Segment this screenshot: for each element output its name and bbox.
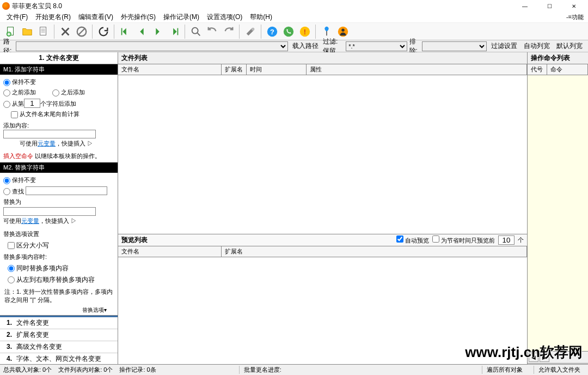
menu-bar: 文件(F) 开始更名(R) 编辑查看(V) 外壳操作(S) 操作记录(M) 设置… [0, 12, 588, 23]
add-content-input[interactable] [3, 130, 96, 138]
cat-4[interactable]: 4.字体、文本、网页文件名变更 [0, 353, 118, 365]
svg-text:?: ? [270, 27, 274, 35]
right-panel: 操作命令列表 代号 命令 ◀ ▶ 保存 载入 [527, 52, 588, 375]
path-combo[interactable] [16, 41, 288, 51]
nav-next-icon[interactable] [150, 24, 166, 39]
svg-rect-13 [326, 31, 327, 35]
cmd-prev-icon[interactable]: ◀ [529, 353, 538, 362]
refresh-icon[interactable] [96, 24, 111, 39]
cat-3[interactable]: 3.高级文件名变更 [0, 341, 118, 353]
cmd-next-icon[interactable]: ▶ [540, 353, 549, 362]
status-bar: 总共载入对象: 0个 文件列表内对象: 0个 操作记录: 0条 批量更名进度: … [0, 364, 588, 375]
svg-rect-4 [121, 28, 122, 35]
col-attr[interactable]: 属性 [307, 64, 527, 75]
preview-list-area[interactable] [118, 257, 527, 375]
cmd-col-code[interactable]: 代号 [528, 64, 547, 75]
radio-m2-find[interactable] [3, 188, 10, 195]
section-m2-header: M2. 替换字符串 [0, 162, 118, 173]
file-list-area[interactable] [118, 75, 527, 234]
pcol-ext[interactable]: 扩展名 [222, 246, 527, 257]
radio-before[interactable] [3, 89, 10, 96]
cmd-list[interactable] [528, 75, 588, 351]
col-ext[interactable]: 扩展名 [222, 64, 247, 75]
warning-icon[interactable]: ! [297, 24, 313, 39]
nav-last-icon[interactable] [167, 24, 182, 39]
maximize-button[interactable]: ☐ [537, 1, 561, 11]
toolbar: ? ! [0, 23, 588, 40]
svg-point-10 [284, 26, 293, 36]
radio-same[interactable] [8, 265, 15, 272]
left-panel: 1. 文件名变更 M1. 添加字符串 保持不变 之前添加 之后添加 从第个字符后… [0, 52, 118, 375]
radio-from[interactable] [3, 101, 10, 108]
menu-edit[interactable]: 编辑查看(V) [75, 11, 117, 23]
radio-m2-keep[interactable] [3, 177, 10, 184]
multi-note: 注：1. 支持一次性替换多项内容，多项内容之间用 "|" 分隔。 [0, 286, 118, 307]
filelist-columns: 文件名 扩展名 时间 属性 [118, 64, 527, 75]
status-allow-folder[interactable]: 允许载入文件夹 [534, 366, 585, 374]
svg-text:!: ! [304, 27, 306, 35]
meta-var-link-2[interactable]: 元变量 [21, 217, 39, 224]
auto-width-button[interactable]: 自动列宽 [522, 41, 552, 51]
nav-prev-icon[interactable] [134, 24, 149, 39]
replace-input[interactable] [3, 207, 96, 216]
menu-help[interactable]: 帮助(H) [247, 11, 275, 23]
from-index-input[interactable] [24, 99, 40, 108]
radio-after[interactable] [52, 89, 59, 96]
filter-settings-button[interactable]: 过滤设置 [489, 41, 519, 51]
load-path-button[interactable]: 载入路径 [290, 41, 321, 51]
cmd-header: 操作命令列表 [528, 52, 588, 64]
col-filename[interactable]: 文件名 [118, 64, 222, 75]
reverse-checkbox[interactable] [11, 111, 18, 118]
meta-var-link[interactable]: 元变量 [38, 140, 56, 147]
menu-options[interactable]: 设置选项(O) [204, 11, 246, 23]
radio-keep[interactable] [3, 79, 10, 86]
close-button[interactable]: ✕ [562, 1, 586, 11]
col-time[interactable]: 时间 [247, 64, 307, 75]
block-icon[interactable] [74, 24, 89, 39]
menu-file[interactable]: 文件(F) [3, 11, 31, 23]
section-m1-header: M1. 添加字符串 [0, 64, 118, 75]
svg-rect-5 [177, 28, 179, 35]
limit-preview-checkbox[interactable] [432, 235, 439, 243]
help-icon[interactable]: ? [265, 24, 280, 39]
cat-2[interactable]: 2.扩展名变更 [0, 329, 118, 341]
new-doc-icon[interactable] [36, 24, 51, 39]
app-title: 菲菲更名宝贝 8.0 [12, 2, 62, 11]
svg-rect-2 [40, 27, 46, 35]
preview-count-input[interactable] [498, 235, 514, 245]
cmd-col-cmd[interactable]: 命令 [547, 64, 588, 75]
delete-icon[interactable] [58, 24, 73, 39]
multi-label: 替换多项内容时: [0, 251, 118, 263]
redo-icon[interactable] [221, 24, 236, 39]
status-records: 操作记录: 0条 [119, 366, 156, 374]
left-tab-header: 1. 文件名变更 [0, 52, 118, 64]
status-progress: 批量更名进度: [239, 366, 286, 374]
phone-icon[interactable] [281, 24, 296, 39]
radio-ltr[interactable] [8, 276, 15, 283]
find-input[interactable] [26, 186, 107, 195]
filelist-header: 文件列表 [118, 52, 527, 64]
status-all-obj[interactable]: 遍历所有对象 [482, 366, 527, 374]
menu-rename[interactable]: 开始更名(R) [32, 11, 74, 23]
undo-icon[interactable] [205, 24, 220, 39]
svg-point-6 [192, 27, 198, 33]
tools-icon[interactable] [243, 24, 258, 39]
main-area: 1. 文件名变更 M1. 添加字符串 保持不变 之前添加 之后添加 从第个字符后… [0, 52, 588, 375]
minimize-button[interactable]: — [513, 1, 537, 11]
filter-combo[interactable]: *.* [346, 41, 407, 51]
nav-first-icon[interactable] [118, 24, 133, 39]
pcol-filename[interactable]: 文件名 [118, 246, 222, 257]
auto-preview-checkbox[interactable] [396, 235, 403, 243]
zoom-icon[interactable] [188, 24, 204, 39]
add-folder-icon[interactable] [20, 24, 35, 39]
add-content-label: 添加内容: [3, 122, 29, 129]
replace-opts-toggle[interactable]: 替换选项▾ [0, 306, 118, 316]
svg-point-7 [252, 27, 255, 31]
case-checkbox[interactable] [8, 242, 15, 249]
cat-1[interactable]: 1.文件名变更 [0, 317, 118, 329]
menu-history[interactable]: 操作记录(M) [160, 11, 203, 23]
preview-columns: 文件名 扩展名 [118, 246, 527, 257]
default-width-button[interactable]: 默认列宽 [554, 41, 585, 51]
sort-combo[interactable] [422, 41, 487, 51]
menu-shell[interactable]: 外壳操作(S) [118, 11, 159, 23]
